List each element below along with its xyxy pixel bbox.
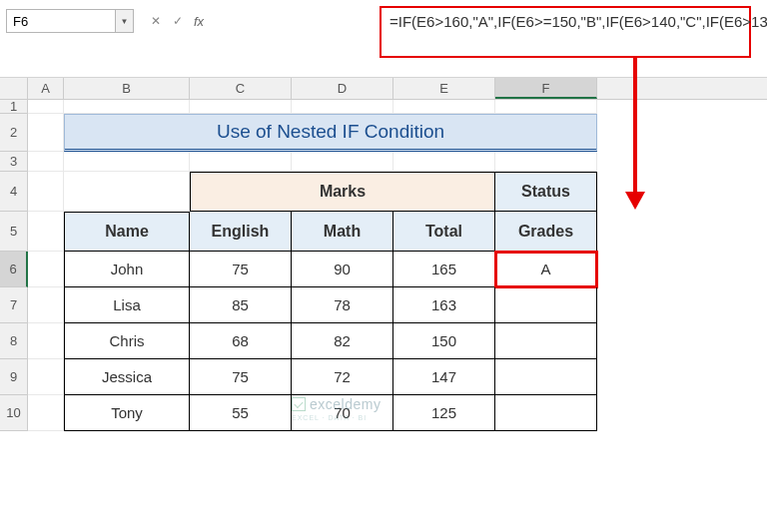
cell[interactable] xyxy=(495,152,597,172)
name-box-dropdown[interactable]: ▼ xyxy=(116,9,134,33)
cell-grade[interactable] xyxy=(495,359,597,395)
cell-total[interactable]: 150 xyxy=(393,323,495,359)
cell-total[interactable]: 125 xyxy=(393,395,495,431)
select-all-corner[interactable] xyxy=(0,78,28,99)
spreadsheet-grid: A B C D E F 1 2 Use of Nested IF Conditi… xyxy=(0,78,767,532)
row-header-2[interactable]: 2 xyxy=(0,114,28,152)
header-math[interactable]: Math xyxy=(292,212,393,252)
col-header-B[interactable]: B xyxy=(64,78,190,99)
cell-total[interactable]: 165 xyxy=(393,252,495,287)
col-header-A[interactable]: A xyxy=(28,78,64,99)
cell[interactable] xyxy=(28,323,64,359)
cell[interactable] xyxy=(28,212,64,252)
header-name[interactable]: Name xyxy=(64,212,190,252)
cell-english[interactable]: 68 xyxy=(190,323,292,359)
cell[interactable] xyxy=(28,172,64,212)
column-headers: A B C D E F xyxy=(0,78,767,100)
cell-grade[interactable] xyxy=(495,323,597,359)
cell[interactable] xyxy=(28,114,64,152)
row-header-6[interactable]: 6 xyxy=(0,252,28,287)
cell[interactable] xyxy=(64,100,190,114)
cell[interactable] xyxy=(28,252,64,287)
cell[interactable] xyxy=(64,152,190,172)
header-grades[interactable]: Grades xyxy=(495,212,597,252)
col-header-D[interactable]: D xyxy=(292,78,393,99)
fx-icon[interactable]: fx xyxy=(194,14,204,29)
name-box[interactable]: F6 xyxy=(6,9,116,33)
row-header-8[interactable]: 8 xyxy=(0,323,28,359)
col-header-C[interactable]: C xyxy=(190,78,292,99)
cell-name[interactable]: Jessica xyxy=(64,359,190,395)
cell-math[interactable]: 82 xyxy=(292,323,393,359)
cell-total[interactable]: 147 xyxy=(393,359,495,395)
row-header-10[interactable]: 10 xyxy=(0,395,28,431)
cell[interactable] xyxy=(190,152,292,172)
cell-math[interactable]: 78 xyxy=(292,287,393,323)
title-cell[interactable]: Use of Nested IF Condition xyxy=(64,114,597,152)
cell-grade[interactable] xyxy=(495,395,597,431)
row-header-5[interactable]: 5 xyxy=(0,212,28,252)
col-header-E[interactable]: E xyxy=(393,78,495,99)
row-header-7[interactable]: 7 xyxy=(0,287,28,323)
cell-math[interactable]: 72 xyxy=(292,359,393,395)
cell-name[interactable]: Chris xyxy=(64,323,190,359)
header-marks[interactable]: Marks xyxy=(190,172,495,212)
cell-name[interactable]: John xyxy=(64,252,190,287)
cell[interactable] xyxy=(28,287,64,323)
cell[interactable] xyxy=(292,152,393,172)
cell-name[interactable]: Tony xyxy=(64,395,190,431)
header-total[interactable]: Total xyxy=(393,212,495,252)
cell-total[interactable]: 163 xyxy=(393,287,495,323)
row-header-4[interactable]: 4 xyxy=(0,172,28,212)
formula-input[interactable]: =IF(E6>160,"A",IF(E6>=150,"B",IF(E6>140,… xyxy=(380,6,751,58)
cell[interactable] xyxy=(495,100,597,114)
row-header-9[interactable]: 9 xyxy=(0,359,28,395)
col-header-F[interactable]: F xyxy=(495,78,597,99)
confirm-icon[interactable]: ✓ xyxy=(168,11,188,31)
header-status[interactable]: Status xyxy=(495,172,597,212)
cell-math[interactable]: 90 xyxy=(292,252,393,287)
cell-name[interactable]: Lisa xyxy=(64,287,190,323)
cell-english[interactable]: 55 xyxy=(190,395,292,431)
cell[interactable] xyxy=(28,395,64,431)
cell[interactable] xyxy=(64,172,190,212)
formula-bar-area: F6 ▼ ✕ ✓ fx =IF(E6>160,"A",IF(E6>=150,"B… xyxy=(0,0,767,78)
cell[interactable] xyxy=(393,152,495,172)
cell-english[interactable]: 75 xyxy=(190,252,292,287)
row-header-1[interactable]: 1 xyxy=(0,100,28,114)
cell[interactable] xyxy=(28,152,64,172)
cell-english[interactable]: 85 xyxy=(190,287,292,323)
cell-math[interactable]: 70 xyxy=(292,395,393,431)
cancel-icon[interactable]: ✕ xyxy=(146,11,166,31)
cell-grade[interactable] xyxy=(495,287,597,323)
cell[interactable] xyxy=(28,100,64,114)
header-english[interactable]: English xyxy=(190,212,292,252)
cell-english[interactable]: 75 xyxy=(190,359,292,395)
cell[interactable] xyxy=(28,359,64,395)
cell[interactable] xyxy=(190,100,292,114)
cell[interactable] xyxy=(292,100,393,114)
row-header-3[interactable]: 3 xyxy=(0,152,28,172)
cell[interactable] xyxy=(393,100,495,114)
cell-grade-selected[interactable]: A xyxy=(495,252,597,287)
